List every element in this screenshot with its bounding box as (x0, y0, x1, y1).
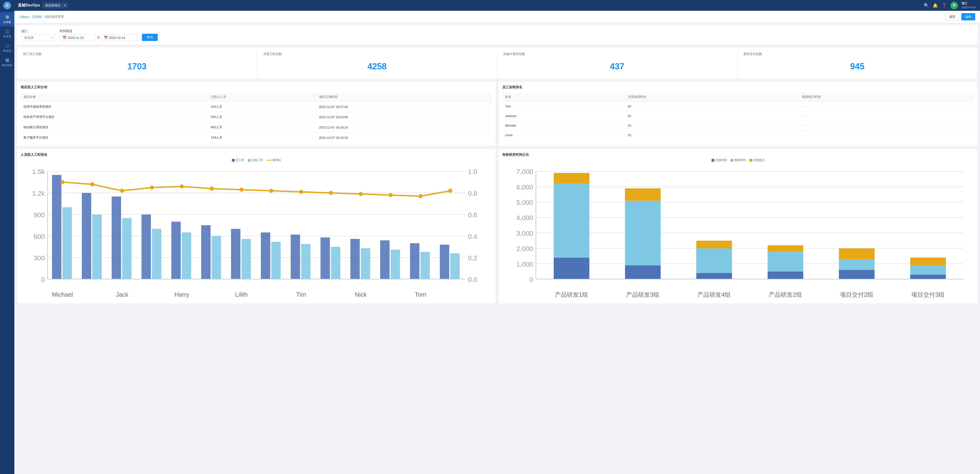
date-start-value: 2022-11-13 (68, 36, 84, 40)
svg-rect-20 (82, 193, 91, 279)
svg-point-54 (299, 190, 303, 194)
stat-label-delivery: 需求交付总数 (743, 52, 972, 56)
project-name-cell: 移动银行系统项目 (21, 122, 208, 132)
monthly-overtime-cell: 15 (625, 130, 799, 140)
legend-valid-label: 有效时间 (734, 158, 746, 162)
project-time-cell: 2022-12-07 19:27:44 (316, 102, 492, 112)
charts-row: 人员投入工时排名 总工时 实际工时 载荷比 03006009001 (17, 149, 978, 304)
svg-point-46 (60, 180, 65, 184)
back-button[interactable]: 返回 (945, 13, 959, 20)
svg-text:300: 300 (33, 254, 45, 262)
notification-icon[interactable]: 🔔 (932, 3, 938, 8)
stat-time-cell: - (799, 111, 974, 121)
svg-text:0.6: 0.6 (468, 211, 477, 219)
person-days-cell: 600人天 (208, 122, 316, 132)
svg-text:0: 0 (530, 276, 533, 283)
table-row: Michael 24 - (502, 121, 974, 130)
dev-time-chart-card: 有效研发时间占比 无效时间 有效时间 其他状态 01,0002,0 (498, 149, 978, 304)
svg-point-48 (120, 189, 124, 193)
dept-select[interactable] (22, 35, 55, 41)
table-row: 特殊资产管理平台项目 345人天 2022-12-07 19:23:08 (21, 112, 492, 122)
time-label: 时间筛选 (60, 29, 137, 33)
svg-text:Tim: Tim (296, 291, 306, 298)
dataextract-icon: ▦ (5, 57, 10, 63)
table-row: 信用卡催收系统项目 234人天 2022-12-07 19:27:44 (21, 102, 492, 112)
logo-area: 云 (0, 0, 14, 11)
help-icon[interactable]: ❓ (942, 3, 947, 8)
svg-text:Harry: Harry (174, 291, 189, 298)
svg-rect-35 (301, 244, 310, 279)
col-project-name: 项目名称 (21, 92, 208, 102)
project-time-cell: 2022-12-07 19:23:08 (316, 112, 492, 122)
table-row: 客户服务平台项目 129人天 2022-12-07 19:15:34 (21, 132, 492, 143)
legend-invalid-dot (711, 159, 714, 162)
svg-text:产品研发4组: 产品研发4组 (697, 291, 731, 298)
breadcrumb-actions: 返回 编辑 (945, 13, 975, 20)
legend-total-dot (232, 159, 235, 162)
svg-point-56 (359, 192, 363, 196)
svg-text:5,000: 5,000 (516, 199, 533, 206)
svg-text:Lilith: Lilith (235, 291, 248, 298)
legend-valid-dot (730, 159, 733, 162)
col-stat-time: 数据统计时间 (799, 92, 974, 102)
stat-card-workhours: 月度工时总数 4258 (257, 47, 497, 79)
legend-total-label: 总工时 (235, 158, 244, 162)
sidebar-item-dataextract[interactable]: ▦ 数据抽取 (0, 55, 14, 69)
svg-point-53 (269, 189, 273, 193)
search-icon[interactable]: 🔍 (924, 3, 929, 8)
query-button[interactable]: 查询 (142, 34, 158, 41)
user-org: 蓝鲸DevOps (962, 5, 977, 9)
user-name: 张三 (962, 2, 977, 5)
datasource-icon: ⬡ (5, 43, 10, 48)
stat-value-employees: 1703 (23, 59, 251, 74)
stats-row: 部门员工总数 1703 月度工时总数 4258 实施中需求总数 437 需求交付… (17, 47, 978, 79)
date-start-input[interactable]: 📅 2022-11-13 (60, 34, 96, 41)
breadcrumb-cmeas[interactable]: CMeas (19, 15, 29, 19)
svg-text:Michael: Michael (52, 291, 73, 298)
svg-rect-23 (122, 218, 131, 279)
svg-rect-99 (768, 245, 803, 251)
svg-rect-19 (62, 207, 72, 279)
svg-rect-30 (231, 229, 240, 279)
sidebar-item-label: 仪表板 (3, 20, 11, 24)
svg-text:1,000: 1,000 (516, 261, 533, 268)
overtime-table-card: 员工加班排名 姓名 月度加班时长 数据统计时间 Tom 40 -Jackson (498, 81, 978, 146)
breadcrumb-dashboard[interactable]: 仪表板 (32, 14, 41, 19)
project-time-cell: 2022-12-07 19:15:34 (316, 132, 492, 143)
date-separator: 至 (97, 35, 100, 40)
svg-rect-90 (625, 200, 660, 265)
legend-actual-dot (248, 159, 251, 162)
project-time-cell: 2022-12-07 19:18:14 (316, 122, 492, 132)
filter-bar: 部门 ▼ 时间筛选 📅 2022-11-13 至 📅 2022-12-14 (17, 25, 978, 45)
svg-rect-33 (271, 242, 281, 279)
sidebar-item-label: 数据抽取 (2, 64, 13, 67)
svg-text:600: 600 (33, 233, 45, 240)
svg-rect-103 (839, 248, 875, 259)
sidebar-item-datasource[interactable]: ⬡ 数据源 (0, 41, 14, 55)
svg-point-47 (90, 182, 94, 186)
svg-rect-89 (625, 266, 660, 279)
col-name: 姓名 (502, 92, 625, 102)
edit-button[interactable]: 编辑 (961, 13, 975, 20)
svg-rect-102 (839, 259, 875, 270)
svg-text:产品研发2组: 产品研发2组 (769, 291, 802, 298)
project-select[interactable]: 请选择项目 (42, 2, 68, 8)
avatar[interactable]: 张 (950, 2, 958, 10)
svg-rect-34 (291, 234, 300, 279)
svg-text:3,000: 3,000 (516, 230, 533, 237)
time-filter-group: 时间筛选 📅 2022-11-13 至 📅 2022-12-14 (60, 29, 137, 41)
sidebar-item-dataset[interactable]: ◫ 数据集 (0, 26, 14, 41)
legend-invalid-label: 无效时间 (715, 158, 727, 162)
stat-label-requirements: 实施中需求总数 (503, 52, 731, 56)
date-end-input[interactable]: 📅 2022-12-14 (101, 34, 137, 41)
table-row: Tom 40 - (502, 102, 974, 111)
legend-other-state: 其他状态 (749, 158, 765, 162)
svg-rect-32 (261, 232, 270, 279)
monthly-overtime-cell: 24 (625, 121, 799, 130)
svg-rect-94 (696, 248, 732, 273)
svg-rect-21 (92, 215, 102, 279)
project-name-cell: 特殊资产管理平台项目 (21, 112, 208, 122)
sidebar-item-dashboard[interactable]: ⊞ 仪表板 (0, 12, 14, 26)
svg-text:产品研发3组: 产品研发3组 (626, 291, 659, 298)
dataset-icon: ◫ (5, 29, 10, 34)
